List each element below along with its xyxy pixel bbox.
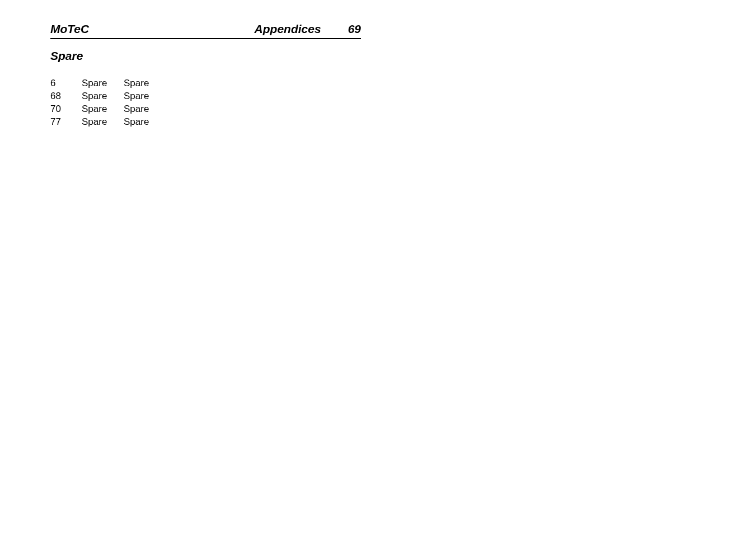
cell-desc: Spare xyxy=(124,103,166,116)
page-header: MoTeC Appendices 69 xyxy=(50,22,361,39)
cell-pin: 68 xyxy=(50,90,82,103)
cell-name: Spare xyxy=(82,77,124,90)
section-label: Appendices xyxy=(255,22,321,36)
table-row: 70 Spare Spare xyxy=(50,103,361,116)
cell-pin: 6 xyxy=(50,77,82,90)
section-subtitle: Spare xyxy=(50,49,361,63)
cell-desc: Spare xyxy=(124,116,166,129)
table-row: 77 Spare Spare xyxy=(50,116,361,129)
cell-name: Spare xyxy=(82,103,124,116)
page-number: 69 xyxy=(348,22,361,36)
document-page: MoTeC Appendices 69 Spare 6 Spare Spare … xyxy=(50,22,361,129)
cell-name: Spare xyxy=(82,116,124,129)
brand-label: MoTeC xyxy=(50,22,89,36)
cell-desc: Spare xyxy=(124,90,166,103)
table-row: 68 Spare Spare xyxy=(50,90,361,103)
header-right-group: Appendices 69 xyxy=(255,22,361,36)
table-row: 6 Spare Spare xyxy=(50,77,361,90)
spare-table: 6 Spare Spare 68 Spare Spare 70 Spare Sp… xyxy=(50,77,361,129)
cell-desc: Spare xyxy=(124,77,166,90)
cell-name: Spare xyxy=(82,90,124,103)
cell-pin: 77 xyxy=(50,116,82,129)
cell-pin: 70 xyxy=(50,103,82,116)
